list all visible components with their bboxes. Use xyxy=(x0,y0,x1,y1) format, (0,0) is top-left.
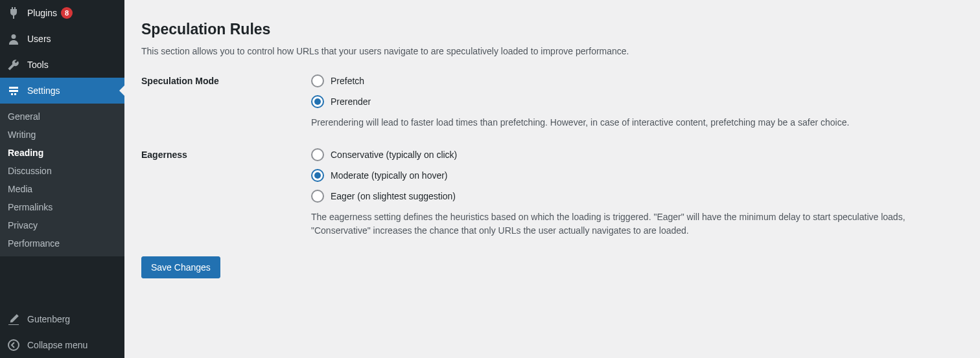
radio-input[interactable] xyxy=(311,148,324,161)
radio-conservative[interactable]: Conservative (typically on click) xyxy=(311,148,959,161)
field-eagerness: Eagerness Conservative (typically on cli… xyxy=(141,148,963,238)
radio-input[interactable] xyxy=(311,190,324,203)
radio-input[interactable] xyxy=(311,74,324,87)
radio-label: Moderate (typically on hover) xyxy=(331,170,448,181)
radio-input[interactable] xyxy=(311,95,324,108)
submenu-media[interactable]: Media xyxy=(0,180,124,198)
sidebar-menu-bottom: Gutenberg Collapse menu xyxy=(0,306,124,358)
admin-sidebar: Plugins 8 Users Tools Settings General W… xyxy=(0,0,124,358)
sidebar-item-label: Plugins xyxy=(27,8,57,18)
submenu-permalinks[interactable]: Permalinks xyxy=(0,198,124,216)
svg-rect-2 xyxy=(9,90,18,92)
radio-moderate[interactable]: Moderate (typically on hover) xyxy=(311,169,959,182)
radio-prerender[interactable]: Prerender xyxy=(311,95,959,108)
sidebar-item-label: Settings xyxy=(27,85,60,96)
help-text-mode: Prerendering will lead to faster load ti… xyxy=(311,116,959,130)
edit-icon xyxy=(6,312,21,326)
user-icon xyxy=(6,32,21,46)
field-label-eagerness: Eagerness xyxy=(141,148,311,160)
field-speculation-mode: Speculation Mode Prefetch Prerender Prer… xyxy=(141,74,963,130)
submenu-performance[interactable]: Performance xyxy=(0,234,124,252)
radio-label: Prefetch xyxy=(331,76,364,86)
sidebar-menu-top: Plugins 8 Users Tools Settings General W… xyxy=(0,0,124,256)
radio-label: Eager (on slightest suggestion) xyxy=(331,191,456,201)
submenu-general[interactable]: General xyxy=(0,107,124,126)
sidebar-item-label: Gutenberg xyxy=(27,314,70,324)
svg-point-5 xyxy=(8,340,19,350)
radio-input[interactable] xyxy=(311,169,324,182)
submenu-discussion[interactable]: Discussion xyxy=(0,162,124,180)
svg-rect-1 xyxy=(9,87,18,89)
settings-icon xyxy=(6,84,21,98)
sidebar-item-label: Tools xyxy=(27,60,49,70)
save-button[interactable]: Save Changes xyxy=(141,256,220,278)
submenu-privacy[interactable]: Privacy xyxy=(0,216,124,234)
svg-rect-4 xyxy=(14,93,16,95)
submenu-writing[interactable]: Writing xyxy=(0,126,124,144)
main-content: Speculation Rules This section allows yo… xyxy=(124,0,980,358)
radio-label: Conservative (typically on click) xyxy=(331,150,457,160)
page-title: Speculation Rules xyxy=(141,13,963,38)
sidebar-item-settings[interactable]: Settings xyxy=(0,78,124,104)
sidebar-item-tools[interactable]: Tools xyxy=(0,52,124,78)
page-description: This section allows you to control how U… xyxy=(141,46,963,56)
sidebar-item-collapse[interactable]: Collapse menu xyxy=(0,332,124,358)
svg-rect-3 xyxy=(11,93,13,95)
sidebar-item-users[interactable]: Users xyxy=(0,26,124,52)
plugins-badge: 8 xyxy=(61,7,73,19)
sidebar-item-gutenberg[interactable]: Gutenberg xyxy=(0,306,124,332)
svg-point-0 xyxy=(12,34,16,39)
settings-submenu: General Writing Reading Discussion Media… xyxy=(0,104,124,256)
submenu-reading[interactable]: Reading xyxy=(0,144,124,162)
radio-label: Prerender xyxy=(331,96,371,107)
radio-eager[interactable]: Eager (on slightest suggestion) xyxy=(311,190,959,203)
field-controls-mode: Prefetch Prerender Prerendering will lea… xyxy=(311,74,959,130)
sidebar-item-label: Collapse menu xyxy=(27,340,88,350)
radio-prefetch[interactable]: Prefetch xyxy=(311,74,959,87)
help-text-eagerness: The eagerness setting defines the heuris… xyxy=(311,210,959,238)
wrench-icon xyxy=(6,58,21,72)
collapse-icon xyxy=(6,338,21,352)
sidebar-item-label: Users xyxy=(27,34,51,44)
plugin-icon xyxy=(6,6,21,20)
field-controls-eagerness: Conservative (typically on click) Modera… xyxy=(311,148,959,238)
field-label-mode: Speculation Mode xyxy=(141,74,311,86)
sidebar-item-plugins[interactable]: Plugins 8 xyxy=(0,0,124,26)
